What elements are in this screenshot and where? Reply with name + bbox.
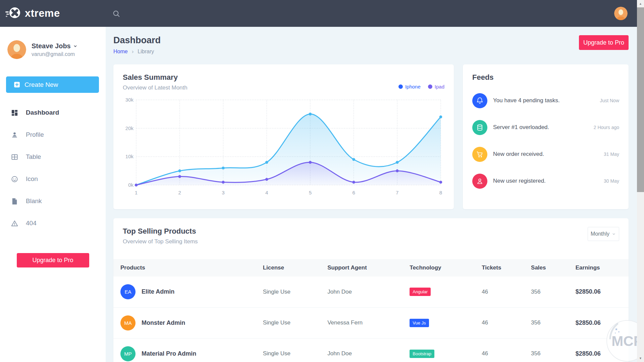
breadcrumb: Home › Library — [113, 48, 161, 55]
svg-text:3: 3 — [222, 190, 224, 195]
tickets-cell: 46 — [478, 277, 528, 307]
sales-summary-card: Sales Summary Overview of Latest Month I… — [113, 64, 454, 209]
breadcrumb-separator-icon: › — [132, 48, 134, 55]
scrollbar-down-arrow[interactable]: ▼ — [637, 355, 644, 361]
user-avatar[interactable] — [614, 7, 628, 20]
column-header-products: Products — [113, 259, 260, 277]
tickets-cell: 46 — [478, 338, 528, 362]
support-agent-cell: John Doe — [324, 277, 406, 307]
create-new-label: Create New — [24, 81, 58, 88]
sidebar-item-table[interactable]: Table — [0, 146, 106, 168]
chart-point — [222, 167, 225, 170]
svg-text:0k: 0k — [128, 182, 133, 188]
legend-item-ipad[interactable]: Ipad — [428, 84, 444, 89]
chart-point — [352, 158, 355, 161]
sidebar-item-dashboard[interactable]: Dashboard — [0, 102, 106, 124]
header-upgrade-button[interactable]: Upgrade to Pro — [579, 35, 629, 50]
column-header-support-agent: Support Agent — [324, 259, 406, 277]
app-root: xtreme — [0, 0, 644, 362]
support-agent-cell: John Doe — [324, 338, 406, 362]
legend-item-iphone[interactable]: Iphone — [398, 84, 421, 89]
sales-cell: 356 — [528, 338, 572, 362]
cart-icon — [472, 147, 487, 162]
brand-name: xtreme — [25, 7, 60, 19]
sidebar-item-profile[interactable]: Profile — [0, 124, 106, 146]
sales-chart-svg: 0k10k20k30k12345678 — [123, 95, 444, 203]
feed-item: You have 4 pending tasks.Just Now — [472, 87, 619, 114]
sidebar: Steave Jobs varun@gmail.com Create New D… — [0, 27, 106, 362]
feeds-list: You have 4 pending tasks.Just NowServer … — [472, 87, 619, 194]
chart-point — [135, 184, 138, 187]
create-new-button[interactable]: Create New — [6, 76, 99, 93]
scrollbar-up-arrow[interactable]: ▲ — [637, 1, 644, 7]
column-header-tickets: Tickets — [478, 259, 528, 277]
breadcrumb-home-link[interactable]: Home — [113, 49, 128, 55]
feed-item: New order received.31 May — [472, 141, 619, 168]
chart-point — [222, 181, 225, 184]
search-icon[interactable] — [110, 7, 122, 19]
person-icon — [11, 131, 18, 139]
user-icon — [472, 174, 487, 189]
profile-name-dropdown[interactable]: Steave Jobs — [32, 42, 78, 50]
sidebar-item-label: Dashboard — [26, 109, 59, 116]
products-table-header: ProductsLicenseSupport AgentTechnologyTi… — [113, 259, 629, 277]
sales-cell: 356 — [528, 307, 572, 338]
product-name: Material Pro Admin — [142, 350, 196, 357]
chevron-down-icon — [611, 232, 616, 236]
chart-point — [439, 116, 442, 119]
sidebar-item-blank[interactable]: Blank — [0, 190, 106, 212]
scrollbar-thumb[interactable] — [637, 7, 644, 192]
sidebar-upgrade-button[interactable]: Upgrade to Pro — [17, 253, 89, 267]
feed-item: Server #1 overloaded.2 Hours ago — [472, 114, 619, 141]
svg-text:1: 1 — [135, 190, 138, 195]
grid-icon — [11, 109, 18, 117]
cards-row: Sales Summary Overview of Latest Month I… — [113, 64, 629, 209]
sidebar-item-icon[interactable]: Icon — [0, 168, 106, 190]
chart-point — [439, 181, 442, 184]
period-label: Monthly — [591, 231, 609, 237]
profile-name: Steave Jobs — [32, 42, 71, 50]
face-icon — [11, 175, 18, 183]
svg-text:5: 5 — [309, 190, 312, 195]
chevron-down-icon — [73, 44, 78, 49]
xtreme-logo-icon — [5, 6, 21, 21]
svg-text:8: 8 — [439, 190, 442, 195]
legend-dot-icon — [428, 84, 432, 89]
scrollbar: ▲ ▼ — [637, 0, 644, 362]
page-title: Dashboard — [113, 35, 161, 46]
chart-point — [265, 161, 268, 164]
column-header-license: License — [260, 259, 324, 277]
chart-point — [352, 181, 355, 184]
period-select[interactable]: Monthly — [588, 227, 619, 241]
svg-text:10k: 10k — [125, 154, 134, 159]
profile-avatar[interactable] — [7, 40, 26, 59]
chart-point — [309, 161, 312, 164]
chart-point — [178, 169, 181, 172]
profile-email: varun@gmail.com — [32, 51, 78, 57]
product-avatar: MA — [120, 315, 136, 330]
brand[interactable]: xtreme — [0, 6, 101, 21]
sales-cell: 356 — [528, 277, 572, 307]
products-title: Top Selling Products — [123, 227, 198, 236]
feed-text: New user registered. — [493, 178, 546, 184]
sidebar-menu: DashboardProfileTableIconBlank404 — [0, 102, 106, 234]
chart-point — [396, 169, 399, 172]
sidebar-item-404[interactable]: 404 — [0, 212, 106, 234]
svg-text:30k: 30k — [125, 97, 134, 103]
feed-time: Just Now — [600, 98, 619, 103]
bell-icon — [472, 93, 487, 108]
feed-text: Server #1 overloaded. — [493, 124, 549, 131]
products-subtitle: Overview of Top Selling Items — [123, 238, 198, 245]
sidebar-profile: Steave Jobs varun@gmail.com — [0, 27, 106, 59]
feed-time: 30 May — [604, 178, 619, 184]
sales-chart: 0k10k20k30k12345678 — [123, 95, 444, 204]
products-table-body: EAElite AdminSingle UseJohn DoeAngular46… — [113, 277, 629, 362]
license-cell: Single Use — [260, 307, 324, 338]
svg-text:7: 7 — [396, 190, 398, 195]
support-agent-cell: Venessa Fern — [324, 307, 406, 338]
topbar: xtreme — [0, 0, 637, 27]
chart-point — [309, 113, 312, 116]
legend-label: Iphone — [405, 84, 421, 89]
svg-text:20k: 20k — [125, 125, 134, 131]
file-icon — [11, 197, 18, 205]
